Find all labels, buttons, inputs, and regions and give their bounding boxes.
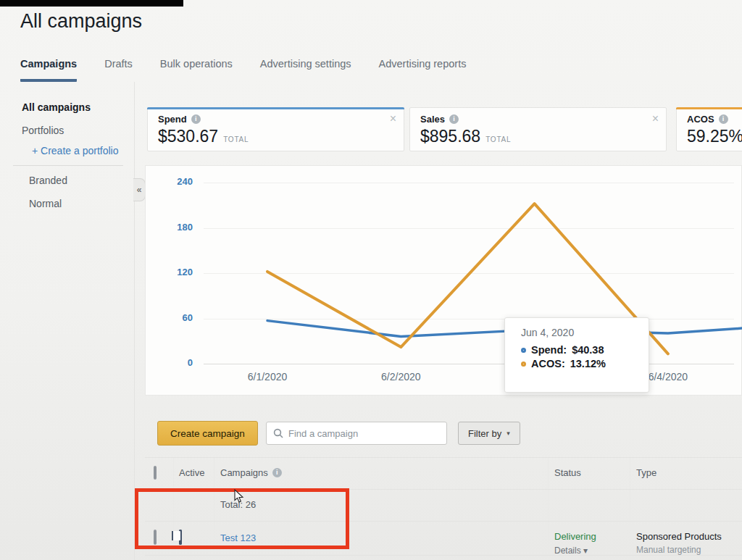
create-portfolio-link[interactable]: + Create a portfolio (32, 145, 118, 156)
active-toggle[interactable] (179, 530, 182, 545)
acos-series-icon (521, 362, 526, 367)
info-icon[interactable]: i (272, 468, 282, 477)
filter-by-button[interactable]: Filter by ▾ (458, 422, 520, 445)
chevron-down-icon: ▾ (507, 430, 510, 437)
header-status: Status (549, 458, 630, 489)
x-tick-label: 6/4/2020 (649, 371, 688, 383)
tooltip-date: Jun 4, 2020 (521, 327, 649, 338)
card-value: $530.67 (158, 127, 218, 146)
tab-campaigns[interactable]: Campaigns (20, 58, 77, 82)
tooltip-acos-value: 13.12% (570, 358, 606, 369)
metric-card-spend[interactable]: Spend i × $530.67 TOTAL (147, 107, 404, 151)
sidebar-item-all-campaigns[interactable]: All campaigns (22, 101, 91, 113)
card-value: $895.68 (420, 127, 480, 146)
campaigns-table: Active Campaigns i Status Type Total: 26 (145, 457, 742, 560)
x-tick-label: 6/2/2020 (381, 371, 421, 383)
table-total-row: Total: 26 (145, 489, 742, 521)
sidebar-divider (13, 165, 123, 166)
info-icon[interactable]: i (719, 114, 728, 124)
table-row-partial (145, 555, 742, 560)
page-title: All campaigns (20, 10, 142, 33)
tooltip-acos-label: ACOS: (531, 358, 565, 369)
campaign-targeting: Manual targeting (636, 545, 742, 555)
spend-series-icon (521, 348, 526, 353)
tooltip-spend-value: $40.38 (572, 344, 604, 356)
tab-advertising-reports[interactable]: Advertising reports (379, 58, 467, 82)
row-checkbox[interactable] (154, 530, 157, 545)
video-artifact-bar (0, 0, 183, 7)
metric-card-sales[interactable]: Sales i × $895.68 TOTAL (409, 107, 667, 151)
card-suffix: TOTAL (485, 135, 511, 143)
sidebar-item-portfolios[interactable]: Portfolios (22, 125, 64, 136)
info-icon[interactable]: i (191, 114, 201, 124)
collapse-chevrons-icon: « (137, 185, 142, 195)
info-icon[interactable]: i (449, 114, 459, 124)
sidebar-item-branded[interactable]: Branded (29, 175, 67, 186)
create-campaign-button[interactable]: Create campaign (157, 421, 258, 446)
status-badge: Delivering (554, 531, 630, 542)
table-header-row: Active Campaigns i Status Type (145, 457, 742, 489)
tab-advertising-settings[interactable]: Advertising settings (260, 58, 351, 82)
campaign-type: Sponsored Products (636, 531, 742, 542)
total-count: Total: 26 (214, 490, 549, 521)
card-label: Spend (158, 114, 187, 125)
tab-drafts[interactable]: Drafts (104, 58, 133, 82)
header-type: Type (630, 458, 742, 489)
sidebar-item-normal[interactable]: Normal (29, 198, 62, 209)
chart-tooltip: Jun 4, 2020 Spend: $40.38 ACOS: 13.12% (504, 317, 649, 393)
card-label: Sales (420, 114, 445, 125)
close-icon[interactable]: × (390, 112, 396, 125)
header-campaigns: Campaigns (220, 467, 268, 478)
status-details-link[interactable]: Details ▾ (554, 546, 630, 556)
card-accent-bar (147, 107, 404, 109)
card-value: 59.25% (687, 127, 742, 146)
sidebar-collapse-button[interactable]: « (133, 178, 146, 201)
filter-by-label: Filter by (468, 428, 501, 439)
table-row: Test 123 Delivering Details ▾ Sponsored … (145, 521, 742, 555)
search-icon (273, 428, 283, 438)
tab-bar: Campaigns Drafts Bulk operations Adverti… (20, 58, 466, 82)
campaign-link[interactable]: Test 123 (220, 532, 256, 543)
select-all-checkbox[interactable] (154, 466, 157, 480)
campaign-search[interactable] (266, 422, 447, 445)
chart-lines (146, 166, 742, 396)
toggle-knob (172, 531, 180, 540)
metric-card-acos[interactable]: ACOS i × 59.25% (676, 107, 742, 151)
card-accent-bar (676, 107, 742, 109)
card-label: ACOS (687, 114, 714, 125)
amazon-ads-console: All campaigns Campaigns Drafts Bulk oper… (0, 0, 742, 560)
tooltip-spend-label: Spend: (531, 344, 567, 356)
card-suffix: TOTAL (223, 135, 249, 143)
x-tick-label: 6/1/2020 (248, 371, 288, 383)
tab-bulk-operations[interactable]: Bulk operations (160, 58, 233, 82)
performance-chart: 060120180240 6/1/20206/2/20206/3/20206/4… (145, 165, 742, 396)
search-input[interactable] (288, 428, 440, 439)
sidebar: All campaigns Portfolios + Create a port… (0, 82, 135, 560)
close-icon[interactable]: × (652, 112, 659, 125)
header-active: Active (174, 458, 214, 489)
